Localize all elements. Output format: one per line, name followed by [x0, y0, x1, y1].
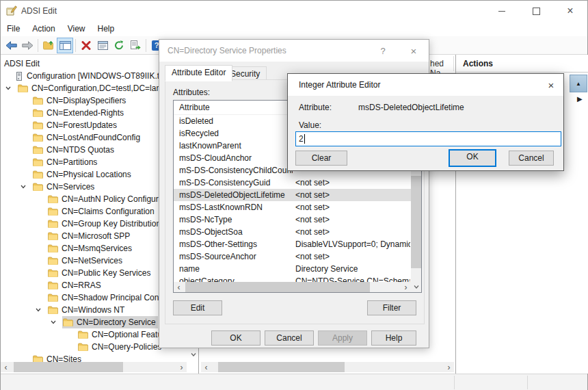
- scroll-down-icon[interactable]: [411, 282, 421, 292]
- tree-node[interactable]: CN=Public Key Services: [47, 267, 152, 279]
- attribute-row-msds-objectsoa[interactable]: msDS-ObjectSoa<not set>: [174, 226, 421, 238]
- scroll-thumb[interactable]: [411, 176, 421, 268]
- attribute-row-ms-ds-consistencyguid[interactable]: mS-DS-ConsistencyGuid<not set>: [174, 177, 421, 189]
- list-horizontal-scrollbar[interactable]: ‹ ›: [201, 362, 454, 372]
- folder-icon: [48, 294, 58, 302]
- scroll-thumb[interactable]: [218, 362, 345, 372]
- attribute-list-hscrollbar[interactable]: ‹ ›: [174, 282, 411, 292]
- minimize-button[interactable]: [485, 1, 519, 21]
- toolbar-separator: [38, 39, 38, 52]
- attribute-row-msds-lastknownrdn[interactable]: msDS-LastKnownRDN<not set>: [174, 201, 421, 213]
- tree-node[interactable]: ADSI Edit: [3, 57, 42, 70]
- scroll-left-icon[interactable]: ‹: [1, 362, 11, 372]
- integer-cancel-button[interactable]: Cancel: [509, 151, 554, 166]
- attribute-row-msds-deletedobjectlifetime[interactable]: msDS-DeletedObjectLifetime<not set>: [174, 189, 421, 201]
- tree-node[interactable]: CN=Services: [32, 181, 96, 193]
- tree-node[interactable]: CN=RRAS: [47, 279, 103, 291]
- filter-button[interactable]: Filter: [367, 300, 416, 315]
- scroll-right-icon[interactable]: ›: [176, 362, 187, 372]
- menu-action[interactable]: Action: [26, 21, 61, 36]
- tree-node[interactable]: CN=DisplaySpecifiers: [32, 94, 128, 107]
- attribute-row-name[interactable]: nameDirectory Service: [174, 263, 421, 275]
- chevron-expanded-icon[interactable]: [5, 85, 17, 92]
- tree-node[interactable]: CN=Directory Service: [62, 316, 158, 328]
- properties-ok-button[interactable]: OK: [211, 330, 260, 346]
- tree-node[interactable]: CN=NTDS Quotas: [32, 144, 116, 156]
- menu-view[interactable]: View: [62, 21, 92, 36]
- attribute-row-msds-other-settings[interactable]: msDS-Other-SettingsDisableVLVSupport=0; …: [174, 238, 421, 250]
- tree-node[interactable]: Configuration [WINDOWS-OT89IIK.testl: [14, 70, 174, 82]
- menu-file[interactable]: File: [1, 21, 26, 36]
- show-console-tree-icon[interactable]: [57, 38, 73, 53]
- folder-icon: [48, 281, 58, 289]
- column-attribute[interactable]: Attribute: [179, 101, 210, 114]
- refresh-icon[interactable]: [111, 38, 127, 53]
- clear-button[interactable]: Clear: [295, 151, 347, 166]
- folder-icon: [33, 121, 43, 129]
- actions-collapse-button[interactable]: ▲: [570, 75, 587, 92]
- attribute-row-msds-sourceanchor[interactable]: msDS-SourceAnchor<not set>: [174, 250, 421, 263]
- tree-node[interactable]: CN=Windows NT: [47, 304, 126, 316]
- maximize-button[interactable]: [519, 1, 553, 21]
- dialog-help-button[interactable]: ?: [371, 40, 395, 62]
- attribute-name: msDS-LastKnownRDN: [179, 201, 293, 213]
- tree-node[interactable]: CN=Query-Policies: [77, 341, 163, 353]
- value-input-text: 2: [299, 134, 304, 144]
- scroll-left-icon[interactable]: ‹: [174, 282, 184, 292]
- attribute-name: msDS-NcType: [179, 213, 293, 226]
- attribute-value: <not set>: [295, 226, 410, 238]
- chevron-expanded-icon[interactable]: [20, 183, 32, 190]
- export-list-icon[interactable]: [127, 38, 144, 53]
- scroll-left-icon[interactable]: ‹: [201, 362, 211, 372]
- attribute-label: Attribute:: [299, 103, 332, 112]
- tree-node[interactable]: CN=Claims Configuration: [47, 205, 157, 218]
- tree-node[interactable]: CN=NetServices: [47, 255, 124, 267]
- chevron-expanded-icon[interactable]: [50, 319, 62, 326]
- column-divider: [453, 56, 454, 71]
- tree-node[interactable]: CN=Configuration,DC=testl,DC=lan: [17, 82, 163, 94]
- tab-attribute-editor[interactable]: Attribute Editor: [165, 65, 232, 81]
- more-actions-arrow-icon[interactable]: ▶: [577, 95, 583, 103]
- tree-node[interactable]: CN=AuthN Policy Configura: [47, 193, 165, 205]
- up-one-level-icon[interactable]: [40, 38, 57, 53]
- forward-icon[interactable]: [19, 38, 36, 53]
- menu-bar: FileActionViewHelp: [1, 21, 587, 37]
- minimize-icon: [498, 11, 505, 12]
- tree-node[interactable]: CN=Partitions: [32, 156, 99, 168]
- back-icon[interactable]: [3, 38, 19, 53]
- tree-node[interactable]: CN=Group Key Distribution S: [47, 218, 170, 230]
- properties-icon[interactable]: [94, 38, 111, 53]
- tree-node[interactable]: CN=Shadow Principal Config: [47, 291, 170, 304]
- dialog-close-button[interactable]: ×: [538, 74, 564, 96]
- properties-cancel-button[interactable]: Cancel: [265, 330, 314, 346]
- tree-node[interactable]: CN=LostAndFoundConfig: [32, 131, 142, 144]
- scroll-right-icon[interactable]: ›: [401, 282, 411, 292]
- tree-node[interactable]: CN=Extended-Rights: [32, 107, 126, 119]
- tree-horizontal-scrollbar[interactable]: ‹ ›: [1, 362, 187, 372]
- close-button[interactable]: ×: [553, 1, 587, 21]
- tree-node[interactable]: CN=Microsoft SPP: [47, 230, 132, 242]
- tree-node[interactable]: CN=ForestUpdates: [32, 119, 119, 131]
- value-input[interactable]: 2: [295, 131, 561, 146]
- scroll-thumb[interactable]: [185, 282, 370, 292]
- attribute-row-msds-nctype[interactable]: msDS-NcType<not set>: [174, 213, 421, 226]
- dialog-close-button[interactable]: ×: [400, 40, 427, 62]
- tree-node[interactable]: CN=Physical Locations: [32, 168, 133, 181]
- scroll-thumb[interactable]: [14, 362, 123, 372]
- adsi-edit-app-icon: [6, 5, 17, 16]
- edit-button[interactable]: Edit: [173, 300, 222, 315]
- tree-node[interactable]: CN=MsmqServices: [47, 242, 134, 255]
- properties-help-button[interactable]: Help: [371, 330, 416, 346]
- tree-scroll-down-icon[interactable]: [188, 350, 198, 360]
- integer-ok-button[interactable]: OK: [449, 149, 496, 167]
- properties-apply-button: Apply: [318, 330, 367, 346]
- attribute-name: isRecycled: [179, 127, 293, 140]
- window-title: ADSI Edit: [21, 6, 57, 16]
- chevron-expanded-icon[interactable]: [35, 307, 47, 313]
- scroll-right-icon[interactable]: ›: [444, 362, 454, 372]
- attribute-value: DisableVLVSupport=0; DynamicO: [295, 238, 410, 250]
- tree-node[interactable]: CN=Optional Feature: [77, 328, 172, 341]
- delete-icon[interactable]: [78, 38, 94, 53]
- tree-item-label: CN=Microsoft SPP: [62, 230, 130, 242]
- menu-help[interactable]: Help: [92, 21, 121, 36]
